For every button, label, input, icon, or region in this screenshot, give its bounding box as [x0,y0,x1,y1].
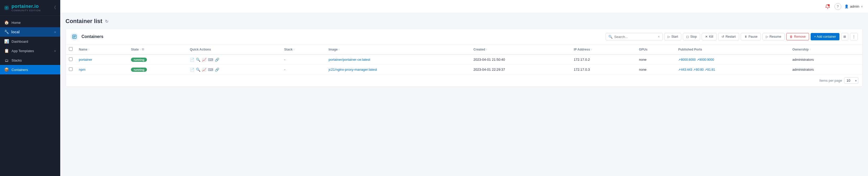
select-all-header [66,45,76,55]
more-options-button[interactable]: ⋮ [850,33,858,40]
page-title-row: Container list ↻ [65,18,863,25]
sidebar-item-stacks[interactable]: 🗂 Stacks [0,56,60,65]
search-clear-button[interactable]: × [658,35,660,39]
row-ip-0: 172.17.0.2 [571,55,636,65]
quick-actions-0: 📄 🔍 📈 ⌨ 🔗 [190,58,278,62]
row-checkbox-1[interactable] [69,67,72,71]
inspect-icon-1[interactable]: 🔍 [196,67,200,72]
image-column-header[interactable]: Image ↕ [325,45,470,55]
svg-point-3 [828,4,830,6]
main-content: ? 👤 admin ∨ Container list ↻ Containers [60,0,868,176]
port-link[interactable]: ↗80:80 [693,68,704,71]
trash-icon: 🗑 [790,35,793,38]
port-link[interactable]: ↗81:81 [705,68,715,71]
logs-icon-1[interactable]: 📄 [190,67,194,72]
env-close-button[interactable]: × [54,30,56,34]
stats-icon-1[interactable]: 📈 [202,67,207,72]
user-menu-button[interactable]: 👤 admin ∨ [844,4,863,8]
refresh-button[interactable]: ↻ [105,19,108,24]
help-button[interactable]: ? [835,3,841,10]
row-ports-0: ↗8000:8000 ↗9000:9000 [675,55,789,65]
table-row: portainer running 📄 🔍 📈 ⌨ 🔗 - portainer/… [66,55,863,65]
name-sort-icon: ↕ [88,48,90,51]
row-image-1: jc21/nginx-proxy-manager:latest [325,65,470,75]
stats-icon-0[interactable]: 📈 [202,58,207,62]
grid-view-button[interactable]: ⊞ [841,33,848,40]
user-icon: 👤 [844,4,848,8]
quick-actions-column-header: Quick Actions [187,45,281,55]
attach-icon-1[interactable]: 🔗 [215,67,219,72]
state-badge-0: running [131,58,147,62]
name-column-header[interactable]: Name ↕ [76,45,128,55]
sidebar-item-containers[interactable]: 📦 Containers [0,65,60,75]
row-created-1: 2023-04-01 22:29:37 [470,65,571,75]
container-link-0[interactable]: portainer [79,58,92,62]
add-container-button[interactable]: + Add container [811,33,839,40]
state-sort-icon: ↕ [140,48,141,51]
port-link[interactable]: ↗443:443 [678,68,692,71]
items-per-page-select[interactable]: 10 25 50 100 [844,77,858,84]
remove-button[interactable]: 🗑 Remove [786,33,809,40]
created-column-header[interactable]: Created ↕ [470,45,571,55]
sidebar-dashboard-label: Dashboard [11,39,28,43]
notifications-button[interactable] [824,3,831,10]
stacks-icon: 🗂 [4,58,9,63]
restart-button[interactable]: ↺ Restart [718,33,739,40]
ip-column-header[interactable]: IP Address ↕ [571,45,636,55]
inspect-icon-0[interactable]: 🔍 [196,58,200,62]
select-all-checkbox[interactable] [69,47,72,51]
console-icon-1[interactable]: ⌨ [208,67,213,72]
resume-icon: ▷ [766,35,768,38]
row-ownership-0: administrators [789,55,863,65]
env-label: local [11,30,20,34]
stack-column-header[interactable]: Stack ↕ [281,45,325,55]
search-icon: 🔍 [609,35,613,39]
logs-icon-0[interactable]: 📄 [190,58,194,62]
pause-button[interactable]: ⏸ Pause [741,33,761,40]
row-name-1: npm [76,65,128,75]
start-button[interactable]: ▷ Start [664,33,681,40]
portainer-logo-icon [4,5,9,10]
created-sort-icon: ↕ [486,48,487,51]
search-input[interactable] [614,35,656,39]
state-filter-icon[interactable]: ⊟ [142,48,144,51]
gpus-column-header: GPUs [636,45,675,55]
sidebar-item-home[interactable]: 🏠 Home [0,18,60,27]
quick-actions-1: 📄 🔍 📈 ⌨ 🔗 [190,67,278,72]
port-link[interactable]: ↗9000:9000 [697,58,714,62]
kill-button[interactable]: ✕ Kill [702,33,717,40]
resume-button[interactable]: ▷ Resume [763,33,785,40]
image-link-0[interactable]: portainer/portainer-ce:latest [329,58,370,62]
ownership-column-header[interactable]: Ownership ↕ [789,45,863,55]
console-icon-0[interactable]: ⌨ [208,58,213,62]
sidebar-stacks-label: Stacks [11,58,22,62]
port-link[interactable]: ↗8000:8000 [678,58,696,62]
row-created-0: 2023-04-01 21:50:40 [470,55,571,65]
containers-icon: 📦 [4,67,9,72]
state-badge-1: running [131,67,147,72]
sidebar-env-header[interactable]: 🔧 local × [0,27,60,37]
sidebar-collapse-button[interactable]: 《 [52,5,56,10]
row-gpus-1: none [636,65,675,75]
containers-table: Name ↕ State ↕ ⊟ Q [66,45,863,75]
containers-card: Containers 🔍 × ▷ Start ◻ [65,29,863,87]
row-checkbox-0[interactable] [69,57,72,61]
row-ip-1: 172.17.0.3 [571,65,636,75]
card-header: Containers 🔍 × ▷ Start ◻ [66,29,863,45]
pause-icon: ⏸ [744,35,747,38]
table-row: npm running 📄 🔍 📈 ⌨ 🔗 - jc21/nginx-proxy… [66,65,863,75]
ownership-sort-icon: ↕ [809,48,811,51]
chevron-down-icon: ∨ [54,49,56,53]
sidebar-item-dashboard[interactable]: 📊 Dashboard [0,37,60,46]
state-column-header[interactable]: State ↕ ⊟ [128,45,187,55]
attach-icon-0[interactable]: 🔗 [215,58,219,62]
stop-button[interactable]: ◻ Stop [683,33,700,40]
row-state-1: running [128,65,187,75]
image-link-1[interactable]: jc21/nginx-proxy-manager:latest [329,67,377,71]
container-link-1[interactable]: npm [79,67,85,71]
sidebar-logo-text: portainer.io COMMUNITY EDITION [11,4,40,12]
user-chevron-icon: ∨ [861,5,863,8]
row-ownership-1: administrators [789,65,863,75]
sidebar-item-app-templates[interactable]: 📋 App Templates ∨ [0,46,60,56]
row-qa-1: 📄 🔍 📈 ⌨ 🔗 [187,65,281,75]
